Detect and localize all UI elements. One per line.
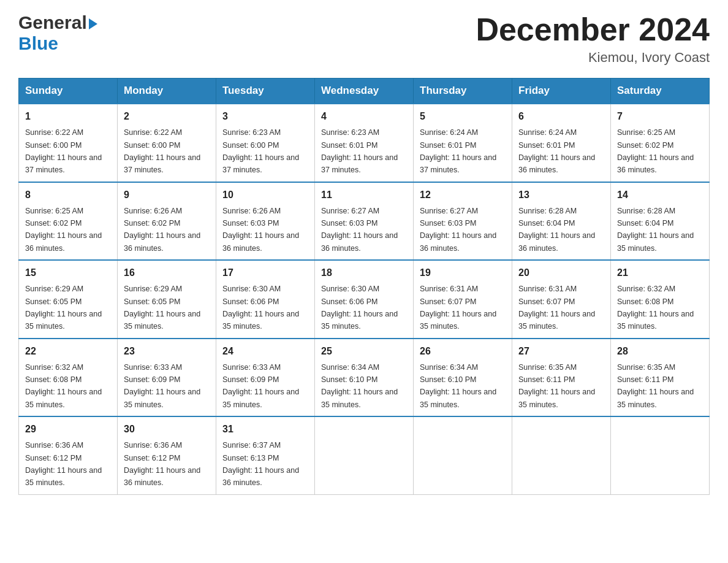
calendar-day-cell: 31 Sunrise: 6:37 AMSunset: 6:13 PMDaylig… xyxy=(216,416,315,494)
day-number: 3 xyxy=(222,109,308,124)
day-info: Sunrise: 6:22 AMSunset: 6:00 PMDaylight:… xyxy=(25,128,102,174)
day-info: Sunrise: 6:27 AMSunset: 6:03 PMDaylight:… xyxy=(321,207,398,253)
logo: General Blue xyxy=(18,12,97,54)
week-row-2: 8 Sunrise: 6:25 AMSunset: 6:02 PMDayligh… xyxy=(19,182,710,261)
day-number: 17 xyxy=(222,266,308,280)
day-number: 26 xyxy=(420,344,506,359)
day-number: 5 xyxy=(420,109,506,124)
calendar-day-cell xyxy=(315,416,414,494)
calendar-day-cell: 11 Sunrise: 6:27 AMSunset: 6:03 PMDaylig… xyxy=(315,182,414,261)
calendar-day-cell: 25 Sunrise: 6:34 AMSunset: 6:10 PMDaylig… xyxy=(315,339,414,417)
week-row-5: 29 Sunrise: 6:36 AMSunset: 6:12 PMDaylig… xyxy=(19,416,710,494)
calendar-day-cell: 30 Sunrise: 6:36 AMSunset: 6:12 PMDaylig… xyxy=(118,416,216,494)
calendar-day-cell: 9 Sunrise: 6:26 AMSunset: 6:02 PMDayligh… xyxy=(118,182,216,261)
day-number: 28 xyxy=(617,344,703,359)
calendar-day-cell: 12 Sunrise: 6:27 AMSunset: 6:03 PMDaylig… xyxy=(414,182,512,261)
calendar-day-cell: 26 Sunrise: 6:34 AMSunset: 6:10 PMDaylig… xyxy=(414,339,512,417)
calendar-day-cell: 22 Sunrise: 6:32 AMSunset: 6:08 PMDaylig… xyxy=(19,339,118,417)
calendar-day-cell: 4 Sunrise: 6:23 AMSunset: 6:01 PMDayligh… xyxy=(315,104,414,182)
calendar-day-cell: 21 Sunrise: 6:32 AMSunset: 6:08 PMDaylig… xyxy=(611,260,710,339)
month-title: December 2024 xyxy=(476,12,710,47)
calendar-day-cell: 24 Sunrise: 6:33 AMSunset: 6:09 PMDaylig… xyxy=(216,339,315,417)
day-info: Sunrise: 6:32 AMSunset: 6:08 PMDaylight:… xyxy=(617,285,694,331)
calendar-day-cell: 19 Sunrise: 6:31 AMSunset: 6:07 PMDaylig… xyxy=(414,260,512,339)
calendar-day-cell: 29 Sunrise: 6:36 AMSunset: 6:12 PMDaylig… xyxy=(19,416,118,494)
calendar-day-cell: 16 Sunrise: 6:29 AMSunset: 6:05 PMDaylig… xyxy=(118,260,216,339)
col-friday: Friday xyxy=(512,79,611,104)
page-header: General Blue December 2024 Kiemou, Ivory… xyxy=(18,12,710,66)
day-number: 19 xyxy=(420,266,506,280)
day-info: Sunrise: 6:32 AMSunset: 6:08 PMDaylight:… xyxy=(25,363,102,409)
day-info: Sunrise: 6:36 AMSunset: 6:12 PMDaylight:… xyxy=(25,441,102,487)
calendar-day-cell: 3 Sunrise: 6:23 AMSunset: 6:00 PMDayligh… xyxy=(216,104,315,182)
day-number: 20 xyxy=(518,266,604,280)
day-number: 14 xyxy=(617,188,703,202)
day-info: Sunrise: 6:22 AMSunset: 6:00 PMDaylight:… xyxy=(124,128,200,174)
logo-general-text: General xyxy=(18,12,87,33)
day-number: 9 xyxy=(124,188,210,202)
calendar-day-cell xyxy=(611,416,710,494)
calendar-day-cell: 1 Sunrise: 6:22 AMSunset: 6:00 PMDayligh… xyxy=(19,104,118,182)
logo-blue-text: Blue xyxy=(18,33,58,54)
calendar-day-cell xyxy=(414,416,512,494)
calendar-day-cell: 15 Sunrise: 6:29 AMSunset: 6:05 PMDaylig… xyxy=(19,260,118,339)
col-saturday: Saturday xyxy=(611,79,710,104)
day-info: Sunrise: 6:23 AMSunset: 6:01 PMDaylight:… xyxy=(321,128,398,174)
day-number: 24 xyxy=(222,344,308,359)
week-row-1: 1 Sunrise: 6:22 AMSunset: 6:00 PMDayligh… xyxy=(19,104,710,182)
day-number: 2 xyxy=(124,109,210,124)
day-number: 18 xyxy=(321,266,407,280)
day-number: 7 xyxy=(617,109,703,124)
logo-arrow-icon xyxy=(89,18,97,29)
day-info: Sunrise: 6:24 AMSunset: 6:01 PMDaylight:… xyxy=(518,128,595,174)
day-number: 13 xyxy=(518,188,604,202)
day-info: Sunrise: 6:24 AMSunset: 6:01 PMDaylight:… xyxy=(420,128,496,174)
day-info: Sunrise: 6:36 AMSunset: 6:12 PMDaylight:… xyxy=(124,441,200,487)
day-info: Sunrise: 6:29 AMSunset: 6:05 PMDaylight:… xyxy=(124,285,200,331)
col-thursday: Thursday xyxy=(414,79,512,104)
day-info: Sunrise: 6:23 AMSunset: 6:00 PMDaylight:… xyxy=(222,128,299,174)
col-sunday: Sunday xyxy=(19,79,118,104)
weekday-header-row: Sunday Monday Tuesday Wednesday Thursday… xyxy=(19,79,710,104)
day-info: Sunrise: 6:31 AMSunset: 6:07 PMDaylight:… xyxy=(518,285,595,331)
calendar-day-cell: 7 Sunrise: 6:25 AMSunset: 6:02 PMDayligh… xyxy=(611,104,710,182)
day-number: 30 xyxy=(124,422,210,437)
day-info: Sunrise: 6:33 AMSunset: 6:09 PMDaylight:… xyxy=(222,363,299,409)
day-info: Sunrise: 6:35 AMSunset: 6:11 PMDaylight:… xyxy=(617,363,694,409)
day-number: 27 xyxy=(518,344,604,359)
calendar-day-cell: 8 Sunrise: 6:25 AMSunset: 6:02 PMDayligh… xyxy=(19,182,118,261)
day-number: 31 xyxy=(222,422,308,437)
calendar-day-cell: 20 Sunrise: 6:31 AMSunset: 6:07 PMDaylig… xyxy=(512,260,611,339)
day-info: Sunrise: 6:27 AMSunset: 6:03 PMDaylight:… xyxy=(420,207,496,253)
day-info: Sunrise: 6:26 AMSunset: 6:03 PMDaylight:… xyxy=(222,207,299,253)
calendar-day-cell: 28 Sunrise: 6:35 AMSunset: 6:11 PMDaylig… xyxy=(611,339,710,417)
calendar-day-cell: 6 Sunrise: 6:24 AMSunset: 6:01 PMDayligh… xyxy=(512,104,611,182)
calendar-day-cell: 5 Sunrise: 6:24 AMSunset: 6:01 PMDayligh… xyxy=(414,104,512,182)
day-info: Sunrise: 6:33 AMSunset: 6:09 PMDaylight:… xyxy=(124,363,200,409)
day-number: 6 xyxy=(518,109,604,124)
calendar-day-cell: 17 Sunrise: 6:30 AMSunset: 6:06 PMDaylig… xyxy=(216,260,315,339)
calendar-table: Sunday Monday Tuesday Wednesday Thursday… xyxy=(18,78,710,495)
day-number: 21 xyxy=(617,266,703,280)
day-info: Sunrise: 6:28 AMSunset: 6:04 PMDaylight:… xyxy=(617,207,694,253)
day-number: 23 xyxy=(124,344,210,359)
day-info: Sunrise: 6:25 AMSunset: 6:02 PMDaylight:… xyxy=(25,207,102,253)
day-info: Sunrise: 6:34 AMSunset: 6:10 PMDaylight:… xyxy=(321,363,398,409)
day-number: 29 xyxy=(25,422,111,437)
day-number: 4 xyxy=(321,109,407,124)
day-info: Sunrise: 6:26 AMSunset: 6:02 PMDaylight:… xyxy=(124,207,200,253)
title-section: December 2024 Kiemou, Ivory Coast xyxy=(476,12,710,66)
calendar-day-cell: 13 Sunrise: 6:28 AMSunset: 6:04 PMDaylig… xyxy=(512,182,611,261)
week-row-4: 22 Sunrise: 6:32 AMSunset: 6:08 PMDaylig… xyxy=(19,339,710,417)
day-number: 15 xyxy=(25,266,111,280)
col-wednesday: Wednesday xyxy=(315,79,414,104)
day-info: Sunrise: 6:28 AMSunset: 6:04 PMDaylight:… xyxy=(518,207,595,253)
col-monday: Monday xyxy=(118,79,216,104)
calendar-day-cell: 14 Sunrise: 6:28 AMSunset: 6:04 PMDaylig… xyxy=(611,182,710,261)
day-number: 12 xyxy=(420,188,506,202)
day-number: 25 xyxy=(321,344,407,359)
calendar-day-cell xyxy=(512,416,611,494)
day-info: Sunrise: 6:29 AMSunset: 6:05 PMDaylight:… xyxy=(25,285,102,331)
calendar-day-cell: 23 Sunrise: 6:33 AMSunset: 6:09 PMDaylig… xyxy=(118,339,216,417)
day-info: Sunrise: 6:30 AMSunset: 6:06 PMDaylight:… xyxy=(222,285,299,331)
